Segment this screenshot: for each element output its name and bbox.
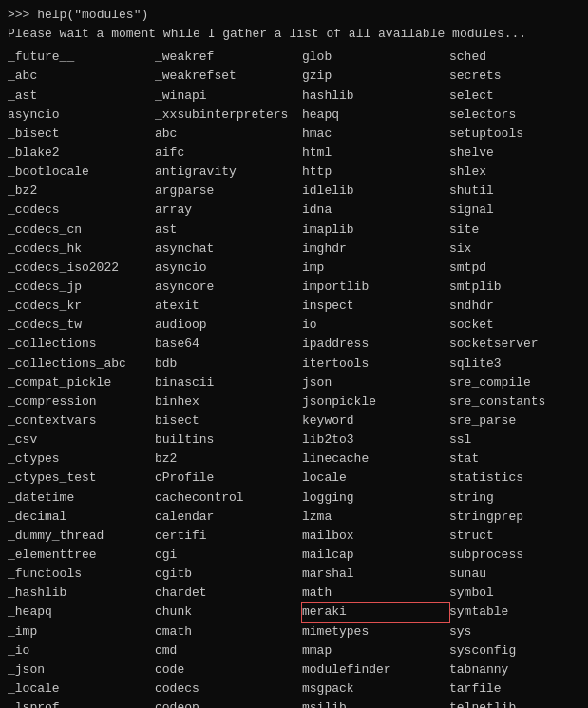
module-cell: _compression [8,392,155,411]
module-cell: _bisect [8,124,155,144]
module-cell: antigravity [155,163,302,182]
module-cell: atexit [155,297,302,316]
module-cell: imaplib [302,220,449,239]
module-cell: sre_compile [449,373,588,392]
module-cell: marshal [302,564,449,584]
module-cell: _codecs [8,201,155,220]
module-cell: _bootlocale [8,163,155,182]
module-cell: sre_constants [449,392,588,411]
module-cell: http [302,163,449,182]
module-cell: cgi [155,545,302,564]
module-cell: bisect [155,411,302,431]
module-cell: code [155,660,302,679]
module-cell: _elementtree [8,545,155,564]
module-grid: _future___weakrefglobsched_abc_weakrefse… [8,48,580,708]
module-cell: bz2 [155,450,302,469]
module-cell: _abc [8,67,155,86]
module-cell: _contextvars [8,411,155,431]
module-cell: lib2to3 [302,431,449,450]
module-cell: binascii [155,373,302,392]
module-cell: importlib [302,277,449,297]
module-cell: heapq [302,105,449,124]
module-cell: idlelib [302,182,449,201]
module-cell: symbol [449,584,588,603]
module-cell: _codecs_iso2022 [8,258,155,277]
prompt-symbol: >>> [8,8,37,22]
module-cell: tabnanny [449,660,588,679]
module-cell: inspect [302,297,449,316]
module-cell: imghdr [302,239,449,258]
module-cell: _dummy_thread [8,526,155,545]
module-cell: ipaddress [302,335,449,354]
module-cell: smtplib [449,277,588,297]
module-cell: shelve [449,144,588,163]
module-cell: asyncore [155,277,302,297]
module-cell: glob [302,48,449,67]
module-cell: smtpd [449,258,588,277]
module-cell: statistics [449,469,588,488]
module-cell: gzip [302,67,449,86]
module-cell: _collections [8,335,155,354]
module-cell: select [449,86,588,105]
module-cell: _lsprof [8,698,155,708]
module-cell: asynchat [155,239,302,258]
module-cell: sysconfig [449,641,588,660]
module-cell: msgpack [302,679,449,698]
module-cell: _weakrefset [155,67,302,86]
module-cell: selectors [449,105,588,124]
module-cell: sunau [449,564,588,584]
module-cell: lzma [302,507,449,526]
module-cell: cmd [155,641,302,660]
module-cell: _blake2 [8,144,155,163]
module-cell: sndhdr [449,297,588,316]
module-cell: math [302,584,449,603]
module-cell: _functools [8,564,155,584]
module-cell: stringprep [449,507,588,526]
module-cell: stat [449,450,588,469]
module-cell: setuptools [449,124,588,144]
module-cell: cachecontrol [155,488,302,507]
module-cell: sre_parse [449,411,588,431]
module-cell: string [449,488,588,507]
module-cell: calendar [155,507,302,526]
module-cell: bdb [155,354,302,373]
module-cell: mailbox [302,526,449,545]
module-cell: codecs [155,679,302,698]
module-cell: _bz2 [8,182,155,201]
module-cell: _winapi [155,86,302,105]
wait-message: Please wait a moment while I gather a li… [8,25,580,44]
module-cell: socketserver [449,335,588,354]
module-cell: audioop [155,316,302,335]
module-cell: _ast [8,86,155,105]
module-cell: base64 [155,335,302,354]
module-cell: _xxsubinterpreters [155,105,302,124]
module-cell: _weakref [155,48,302,67]
module-cell: _heapq [8,603,155,622]
module-cell: sqlite3 [449,354,588,373]
module-cell: sys [449,622,588,641]
module-cell: _codecs_cn [8,220,155,239]
module-cell: cgitb [155,564,302,584]
module-cell: mimetypes [302,622,449,641]
module-cell: cmath [155,622,302,641]
module-cell: telnetlib [449,698,588,708]
module-cell: io [302,316,449,335]
module-cell: hmac [302,124,449,144]
module-cell: subprocess [449,545,588,564]
module-cell: locale [302,469,449,488]
module-cell: jsonpickle [302,392,449,411]
module-cell: array [155,201,302,220]
module-cell: _ctypes [8,450,155,469]
module-cell: _compat_pickle [8,373,155,392]
module-cell: imp [302,258,449,277]
module-cell: _csv [8,431,155,450]
module-cell: six [449,239,588,258]
module-cell: asyncio [155,258,302,277]
module-cell: _locale [8,679,155,698]
module-cell: signal [449,201,588,220]
module-cell: html [302,144,449,163]
prompt-line: >>> help("modules") [8,6,580,25]
module-cell: mmap [302,641,449,660]
module-cell: site [449,220,588,239]
module-cell: _ctypes_test [8,469,155,488]
